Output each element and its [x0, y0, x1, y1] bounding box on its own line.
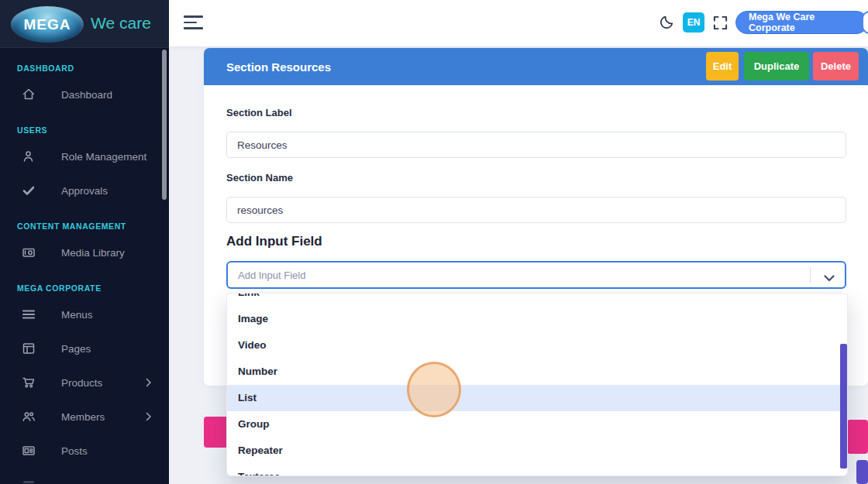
people-icon — [22, 410, 36, 424]
sidebar-item-pages[interactable]: Pages — [22, 339, 169, 358]
sidebar-item-label: Approvals — [61, 185, 108, 197]
add-input-field-select[interactable]: Add Input Field — [226, 261, 846, 289]
logo-area[interactable]: MEGA We care — [0, 0, 169, 48]
add-input-field-heading: Add Input Field — [226, 234, 322, 249]
sidebar-item-label: Members — [61, 411, 105, 423]
chevron-down-icon — [824, 271, 835, 285]
mega-logo: MEGA — [11, 6, 84, 43]
section-label-label: Section Label — [226, 107, 292, 118]
partial-pink-button-right[interactable] — [847, 420, 868, 454]
nav-header-dashboard: DASHBOARD — [17, 64, 169, 73]
dropdown-option-repeater[interactable]: Repeater — [227, 438, 847, 464]
duplicate-button[interactable]: Duplicate — [744, 52, 809, 81]
partial-purple-button-right[interactable] — [856, 460, 868, 484]
section-label-input[interactable] — [226, 132, 846, 158]
dropdown-option-image[interactable]: Image — [227, 306, 847, 332]
field-type-dropdown: Link Image Video Number List Group Repea… — [226, 293, 848, 476]
sidebar-item-posts[interactable]: Posts — [22, 441, 169, 460]
chevron-right-icon — [146, 412, 152, 424]
menu-lines-icon — [22, 307, 36, 321]
cart-icon — [22, 376, 36, 390]
dropdown-scrollbar[interactable] — [840, 344, 847, 469]
dropdown-option-number[interactable]: Number — [227, 359, 847, 385]
dark-mode-moon-icon[interactable] — [658, 14, 675, 34]
chevron-right-icon — [146, 378, 152, 390]
partial-sidebar-item — [23, 481, 34, 483]
sidebar-item-approvals[interactable]: Approvals — [22, 181, 169, 200]
sidebar-item-media-library[interactable]: Media Library — [22, 243, 169, 262]
nav-header-content-management: CONTENT MANAGEMENT — [17, 221, 169, 231]
nav-header-mega-corporate: MEGA CORPORATE — [17, 283, 169, 293]
partial-button[interactable] — [862, 11, 868, 34]
dropdown-option-group[interactable]: Group — [227, 411, 847, 438]
sidebar-item-label: Dashboard — [61, 89, 112, 101]
select-placeholder: Add Input Field — [238, 269, 305, 281]
sidebar-toggle-icon[interactable] — [184, 15, 203, 30]
corporate-button[interactable]: Mega We Care Corporate — [735, 11, 868, 34]
sidebar-item-members[interactable]: Members — [22, 407, 169, 426]
sidebar-item-label: Media Library — [61, 247, 125, 259]
nav-header-users: USERS — [17, 125, 169, 135]
sidebar-item-label: Role Management — [61, 151, 146, 163]
sidebar-item-label: Menus — [61, 309, 93, 321]
sidebar-item-role-management[interactable]: Role Management — [22, 147, 169, 166]
app-window: MEGA We care DASHBOARD Dashboard USERS R… — [0, 0, 868, 484]
fullscreen-icon[interactable] — [712, 15, 728, 34]
check-icon — [22, 184, 36, 197]
dropdown-option-video[interactable]: Video — [227, 332, 847, 359]
home-icon — [22, 88, 36, 101]
sidebar-scrollbar[interactable] — [162, 50, 167, 200]
dropdown-option-list[interactable]: List — [227, 385, 847, 411]
user-icon — [22, 149, 36, 163]
sidebar-item-label: Pages — [61, 343, 91, 355]
logo-text: MEGA — [24, 16, 71, 33]
newspaper-icon — [22, 444, 36, 458]
section-name-input[interactable] — [226, 197, 846, 223]
language-badge[interactable]: EN — [683, 12, 704, 33]
sidebar: MEGA We care DASHBOARD Dashboard USERS R… — [0, 0, 169, 484]
dropdown-option-textarea[interactable]: Textarea — [227, 464, 847, 476]
sidebar-item-dashboard[interactable]: Dashboard — [22, 85, 169, 104]
panel-header: Section Resources Edit Duplicate Delete — [204, 48, 868, 85]
delete-button[interactable]: Delete — [813, 52, 859, 81]
sidebar-item-label: Posts — [61, 445, 88, 457]
camera-icon — [22, 245, 36, 259]
sidebar-item-label: Products — [61, 377, 102, 389]
sidebar-nav: DASHBOARD Dashboard USERS Role Managemen… — [0, 48, 169, 460]
logo-tagline: We care — [91, 14, 151, 33]
panel-title: Section Resources — [226, 60, 331, 74]
sidebar-item-menus[interactable]: Menus — [22, 305, 169, 324]
dropdown-list: Link Image Video Number List Group Repea… — [227, 293, 847, 476]
select-divider — [810, 267, 811, 283]
edit-button[interactable]: Edit — [706, 52, 739, 81]
sidebar-item-products[interactable]: Products — [22, 373, 169, 392]
layout-icon — [22, 342, 36, 355]
dropdown-option-link[interactable]: Link — [227, 293, 847, 306]
section-name-label: Section Name — [226, 172, 293, 184]
topbar: EN Mega We Care Corporate — [169, 0, 868, 46]
